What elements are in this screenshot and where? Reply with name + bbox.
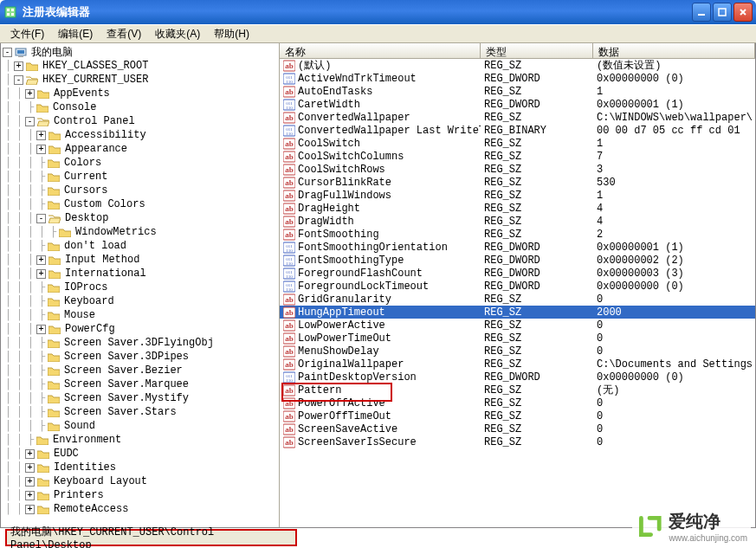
tree-toggle-icon[interactable]: + <box>25 505 35 514</box>
menu-edit[interactable]: 编辑(E) <box>51 25 100 43</box>
tree-toggle-icon[interactable]: + <box>36 255 46 265</box>
tree-item[interactable]: ││-Control Panel <box>3 114 277 128</box>
tree-item[interactable]: │││├Screen Saver.3DPipes <box>3 350 277 364</box>
registry-value-row[interactable]: CoolSwitchColumnsREG_SZ7 <box>280 150 755 163</box>
tree-item[interactable]: ││+Identities <box>3 461 277 474</box>
tree-item[interactable]: │││├Screen Saver.3DFlyingObj <box>3 336 277 350</box>
folder-icon <box>48 282 60 293</box>
registry-value-row[interactable]: ForegroundLockTimeoutREG_DWORD0x00000000… <box>280 280 755 293</box>
titlebar[interactable]: 注册表编辑器 <box>0 0 756 24</box>
menu-file[interactable]: 文件(F) <box>3 25 51 43</box>
tree-toggle-icon[interactable]: + <box>36 131 46 140</box>
tree-item[interactable]: │││├Custom Colors <box>3 197 277 211</box>
string-value-icon <box>283 203 295 215</box>
registry-value-row[interactable]: CursorBlinkRateREG_SZ530 <box>280 176 755 189</box>
registry-value-row[interactable]: FontSmoothingREG_SZ2 <box>280 228 755 241</box>
registry-value-row[interactable]: PaintDesktopVersionREG_DWORD0x00000000 (… <box>280 371 755 384</box>
list-pane[interactable]: 名称 类型 数据 (默认)REG_SZ(数值未设置)ActiveWndTrkTi… <box>280 43 755 527</box>
registry-value-row[interactable]: CoolSwitchRowsREG_SZ3 <box>280 163 755 176</box>
registry-value-row[interactable]: CoolSwitchREG_SZ1 <box>280 137 755 150</box>
registry-value-row[interactable]: ActiveWndTrkTimeoutREG_DWORD0x00000000 (… <box>280 72 755 85</box>
tree-item[interactable]: ││+EUDC <box>3 447 277 461</box>
tree-item[interactable]: │+HKEY_CLASSES_ROOT <box>3 59 277 73</box>
tree-item[interactable]: │-HKEY_CURRENT_USER <box>3 73 277 87</box>
column-header-type[interactable]: 类型 <box>481 43 593 58</box>
column-header-name[interactable]: 名称 <box>280 43 481 58</box>
value-name: OriginalWallpaper <box>298 358 404 371</box>
tree-toggle-icon[interactable]: + <box>36 325 46 334</box>
tree-item[interactable]: │││├Screen Saver.Bezier <box>3 364 277 377</box>
tree-item[interactable]: ││+AppEvents <box>3 87 277 100</box>
tree-label: WindowMetrics <box>74 226 158 238</box>
tree-pane[interactable]: -我的电脑│+HKEY_CLASSES_ROOT│-HKEY_CURRENT_U… <box>1 43 280 527</box>
tree-item[interactable]: ││+RemoteAccess <box>3 502 277 516</box>
tree-item[interactable]: │││+Appearance <box>3 142 277 156</box>
registry-value-row[interactable]: PowerOffActiveREG_SZ0 <box>280 396 755 409</box>
tree-item[interactable]: │││├Cursors <box>3 184 277 197</box>
tree-item[interactable]: │││+International <box>3 267 277 280</box>
tree-toggle-icon[interactable]: - <box>14 75 23 85</box>
tree-item[interactable]: │││├Screen Saver.Stars <box>3 405 277 419</box>
tree-item[interactable]: │││├Sound <box>3 419 277 433</box>
minimize-button[interactable] <box>692 3 711 22</box>
tree-toggle-icon[interactable]: - <box>25 117 35 126</box>
registry-value-row[interactable]: GridGranularityREG_SZ0 <box>280 293 755 306</box>
tree-toggle-icon[interactable]: + <box>36 145 46 154</box>
tree-item[interactable]: ││││├WindowMetrics <box>3 225 277 239</box>
tree-item[interactable]: │││├IOProcs <box>3 280 277 294</box>
menu-help[interactable]: 帮助(H) <box>207 25 256 43</box>
menu-view[interactable]: 查看(V) <box>100 25 148 43</box>
tree-item[interactable]: ││├Console <box>3 100 277 114</box>
registry-value-row[interactable]: DragWidthREG_SZ4 <box>280 215 755 228</box>
tree-toggle-icon[interactable]: + <box>14 61 23 71</box>
string-value-icon <box>283 190 295 202</box>
registry-value-row[interactable]: LowPowerActiveREG_SZ0 <box>280 319 755 332</box>
tree-item[interactable]: │││-Desktop <box>3 211 277 225</box>
tree-toggle-icon[interactable]: + <box>36 269 46 279</box>
registry-value-row[interactable]: FontSmoothingOrientationREG_DWORD0x00000… <box>280 241 755 254</box>
registry-value-row[interactable]: MenuShowDelayREG_SZ0 <box>280 345 755 358</box>
registry-value-row[interactable]: PowerOffTimeOutREG_SZ0 <box>280 409 755 422</box>
tree-toggle-icon[interactable]: + <box>25 491 35 500</box>
close-button[interactable] <box>733 3 753 22</box>
registry-value-row[interactable]: LowPowerTimeOutREG_SZ0 <box>280 332 755 345</box>
registry-value-row[interactable]: ScreenSaverIsSecureREG_SZ0 <box>280 435 755 448</box>
registry-value-row[interactable]: DragHeightREG_SZ4 <box>280 202 755 215</box>
tree-toggle-icon[interactable]: + <box>25 463 35 473</box>
registry-value-row[interactable]: ConvertedWallpaperREG_SZC:\WINDOWS\web\w… <box>280 111 755 124</box>
tree-item[interactable]: │││+PowerCfg <box>3 322 277 336</box>
registry-value-row[interactable]: (默认)REG_SZ(数值未设置) <box>280 59 755 72</box>
registry-value-row[interactable]: HungAppTimeoutREG_SZ2000 <box>280 306 755 319</box>
menu-favorites[interactable]: 收藏夹(A) <box>148 25 207 43</box>
tree-item[interactable]: │││├Screen Saver.Mystify <box>3 391 277 405</box>
tree-item[interactable]: │││├Current <box>3 170 277 184</box>
registry-value-row[interactable]: FontSmoothingTypeREG_DWORD0x00000002 (2) <box>280 254 755 267</box>
tree-item[interactable]: │││├don't load <box>3 239 277 253</box>
tree-item[interactable]: -我的电脑 <box>3 45 277 59</box>
registry-value-row[interactable]: OriginalWallpaperREG_SZC:\Documents and … <box>280 358 755 371</box>
tree-item[interactable]: │││+Input Method <box>3 253 277 267</box>
registry-value-row[interactable]: AutoEndTasksREG_SZ1 <box>280 85 755 98</box>
registry-value-row[interactable]: ConvertedWallpaper Last WriteTimeREG_BIN… <box>280 124 755 137</box>
value-name: CoolSwitch <box>298 138 360 150</box>
tree-item[interactable]: ││├Environment <box>3 433 277 447</box>
tree-item[interactable]: │││├Colors <box>3 156 277 170</box>
tree-item[interactable]: ││+Printers <box>3 488 277 502</box>
tree-toggle-icon[interactable]: + <box>25 449 35 459</box>
tree-item[interactable]: │││+Accessibility <box>3 128 277 142</box>
registry-value-row[interactable]: DragFullWindowsREG_SZ1 <box>280 189 755 202</box>
registry-value-row[interactable]: CaretWidthREG_DWORD0x00000001 (1) <box>280 98 755 111</box>
tree-toggle-icon[interactable]: - <box>3 48 12 57</box>
maximize-button[interactable] <box>713 3 732 22</box>
tree-toggle-icon[interactable]: + <box>25 89 35 99</box>
tree-toggle-icon[interactable]: - <box>36 214 46 223</box>
registry-value-row[interactable]: ForegroundFlashCountREG_DWORD0x00000003 … <box>280 267 755 280</box>
tree-item[interactable]: │││├Keyboard <box>3 294 277 308</box>
column-header-data[interactable]: 数据 <box>593 43 755 58</box>
tree-item[interactable]: │││├Mouse <box>3 308 277 322</box>
tree-item[interactable]: │││├Screen Saver.Marquee <box>3 377 277 391</box>
registry-value-row[interactable]: PatternREG_SZ(无) <box>280 384 755 396</box>
tree-toggle-icon[interactable]: + <box>25 477 35 487</box>
registry-value-row[interactable]: ScreenSaveActiveREG_SZ0 <box>280 422 755 435</box>
tree-item[interactable]: ││+Keyboard Layout <box>3 474 277 488</box>
